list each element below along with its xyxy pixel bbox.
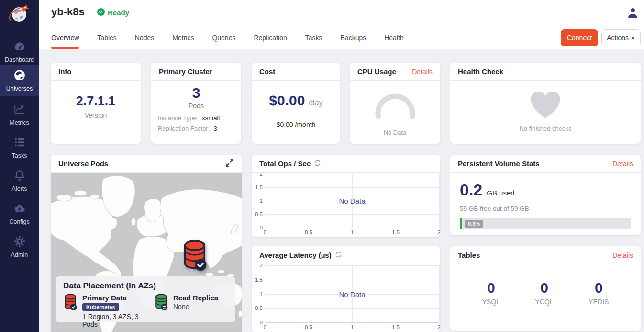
free-space-text: 59 GB free out of 59 GB	[460, 205, 631, 212]
y-tick: 0.5	[255, 305, 263, 311]
ycql-stat: 0 YCQL	[535, 280, 554, 306]
replication-factor-key: Replication Factor:	[158, 125, 210, 132]
connect-button[interactable]: Connect	[561, 29, 598, 46]
total-ops-card: Total Ops / Sec 2 1.5 1 0.5	[252, 155, 440, 237]
refresh-icon[interactable]	[335, 251, 342, 260]
replication-factor-value: 3	[213, 125, 217, 132]
actions-label: Actions	[607, 34, 629, 42]
no-data-text: No Data	[339, 197, 365, 205]
tables-card: Tables Details 0 YSQL 0 YCQL 0 YEDIS	[450, 246, 641, 331]
gridline	[265, 174, 439, 174]
tab-replication[interactable]: Replication	[254, 28, 287, 49]
axis-baseline	[265, 322, 439, 323]
gridline	[265, 308, 439, 309]
cpu-details-link[interactable]: Details	[412, 68, 433, 76]
volume-details-link[interactable]: Details	[612, 160, 633, 168]
refresh-icon[interactable]	[314, 160, 321, 168]
sidebar-item-metrics[interactable]: Metrics	[0, 99, 39, 130]
actions-dropdown-button[interactable]: Actions ▼	[601, 29, 641, 46]
gridline	[439, 174, 440, 228]
dashboard-icon	[13, 40, 26, 55]
yedis-label: YEDIS	[588, 298, 609, 306]
sidebar-item-tasks[interactable]: Tasks	[0, 132, 39, 163]
tab-tasks[interactable]: Tasks	[305, 28, 322, 49]
x-tick: 0.5	[305, 324, 312, 330]
tab-health[interactable]: Health	[384, 28, 403, 49]
info-card: Info 2.7.1.1 Version	[51, 63, 141, 144]
volume-progress-bar: 0.3%	[460, 218, 631, 229]
instance-type-value: xsmall	[202, 114, 220, 122]
ysql-label: YSQL	[482, 298, 500, 306]
no-data-text: No Data	[339, 290, 365, 298]
tab-overview[interactable]: Overview	[51, 28, 79, 49]
sidebar-item-dashboard[interactable]: Dashboard	[0, 36, 39, 67]
tab-backups[interactable]: Backups	[341, 28, 366, 49]
chevron-down-icon: ▼	[631, 36, 635, 41]
chart-title: Average Latency (µs)	[259, 251, 332, 259]
x-tick: 1.5	[392, 229, 400, 235]
user-profile-icon[interactable]	[627, 7, 638, 20]
admin-gear-icon	[13, 235, 26, 250]
x-tick: 2	[438, 324, 440, 330]
y-tick: 1	[260, 198, 263, 204]
tables-details-link[interactable]: Details	[612, 252, 633, 259]
tab-queries[interactable]: Queries	[212, 28, 235, 49]
replication-factor-row: Replication Factor: 3	[158, 125, 234, 132]
gb-used-unit: GB used	[487, 189, 514, 197]
card-title: Persistent Volume Stats	[458, 160, 540, 168]
y-tick: 1.5	[255, 277, 263, 283]
health-check-card: Health Check No finished checks	[450, 63, 641, 144]
card-title: Cost	[259, 68, 275, 76]
sidebar-item-admin[interactable]: Admin	[0, 231, 39, 262]
sidebar: Dashboard Universes Metrics Tasks Alerts	[0, 0, 39, 332]
legend-title: Data Placement (In AZs)	[63, 281, 228, 291]
app-window: Dashboard Universes Metrics Tasks Alerts	[0, 0, 644, 332]
sidebar-item-label: Alerts	[12, 185, 27, 192]
heart-icon	[531, 92, 560, 120]
ycql-label: YCQL	[535, 298, 554, 306]
instance-type-row: Instance Type: xsmall	[158, 114, 234, 122]
card-title: CPU Usage	[357, 68, 396, 76]
sidebar-item-configs[interactable]: Configs	[0, 198, 39, 229]
sidebar-item-universes[interactable]: Universes	[0, 65, 39, 96]
read-replica-value: None	[173, 303, 218, 310]
card-title: Primary Cluster	[159, 68, 212, 76]
x-tick: 0.5	[305, 229, 312, 235]
y-tick: 1	[260, 291, 263, 297]
universe-pods-card: Universe Pods	[51, 155, 242, 332]
x-tick: 0	[264, 229, 266, 235]
card-title: Health Check	[458, 68, 503, 76]
version-value: 2.7.1.1	[76, 94, 116, 109]
gridline	[265, 265, 439, 266]
cost-per-day-unit: /day	[308, 99, 322, 107]
configs-cloud-icon	[13, 202, 26, 217]
yugabyte-logo-icon[interactable]	[7, 1, 32, 26]
sidebar-item-label: Admin	[11, 252, 28, 258]
tab-tables[interactable]: Tables	[97, 28, 116, 49]
plot-area: 2 1.5 1 0.5 0 0 0.5 1 1.5 2 No Data	[265, 174, 439, 228]
cost-card: Cost $0.00 /day $0.00 /month	[252, 63, 340, 144]
sidebar-item-label: Tasks	[12, 152, 27, 159]
ysql-count: 0	[487, 280, 495, 296]
gridline	[265, 280, 439, 280]
universe-title: yb-k8s	[51, 6, 85, 18]
header-divider	[623, 0, 623, 24]
read-replica-legend-item: Read Replica None	[154, 294, 218, 328]
data-placement-legend: Data Placement (In AZs)	[56, 276, 235, 322]
tab-metrics[interactable]: Metrics	[172, 28, 194, 49]
sidebar-item-alerts[interactable]: Alerts	[0, 165, 39, 196]
region-marker-database-icon[interactable]	[182, 239, 208, 273]
tab-nodes[interactable]: Nodes	[135, 28, 154, 49]
gridline	[439, 265, 440, 322]
world-map[interactable]: Data Placement (In AZs)	[51, 173, 242, 332]
primary-cluster-card: Primary Cluster 3 Pods Instance Type: xs…	[151, 63, 241, 144]
y-tick: 0.5	[255, 211, 263, 217]
y-tick: 1.5	[255, 184, 263, 190]
card-title: Universe Pods	[58, 160, 108, 168]
expand-icon[interactable]	[225, 159, 234, 169]
pods-count: 3	[192, 85, 200, 101]
chart-area: 2 1.5 1 0.5 0 0 0.5 1 1.5 2 No Data	[252, 173, 440, 237]
status-label: Ready	[108, 9, 129, 17]
universes-globe-icon	[13, 69, 26, 83]
version-label: Version	[85, 112, 107, 119]
